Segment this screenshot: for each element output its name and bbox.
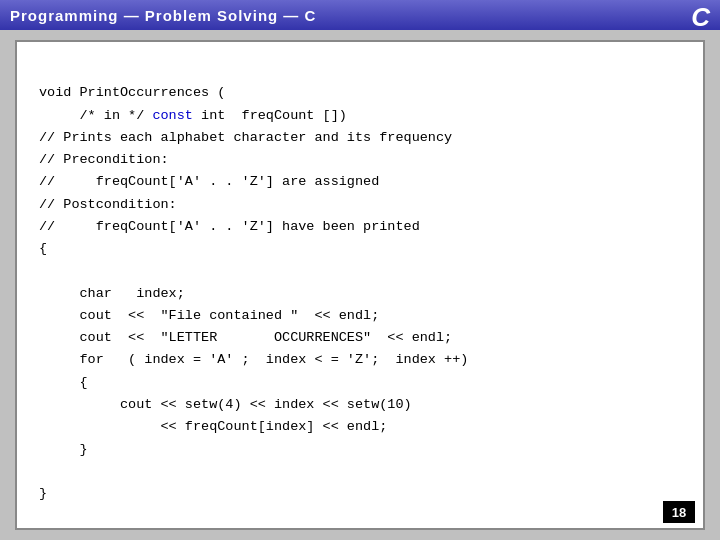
page-number-box: 18 <box>663 501 695 523</box>
code-line-12: cout << "LETTER OCCURRENCES" << endl; <box>39 330 452 345</box>
code-line-16: << freqCount[index] << endl; <box>39 419 387 434</box>
code-line-8: { <box>39 241 47 256</box>
code-line-10: char index; <box>39 286 185 301</box>
code-line-19: } <box>39 486 47 501</box>
code-line-11: cout << "File contained " << endl; <box>39 308 379 323</box>
code-line-15: cout << setw(4) << index << setw(10) <box>39 397 412 412</box>
code-line-14: { <box>39 375 88 390</box>
code-block: void PrintOccurrences ( /* in */ const i… <box>39 60 681 528</box>
code-line-3: // Prints each alphabet character and it… <box>39 130 452 145</box>
title-bar-text: Programming — Problem Solving — C <box>10 7 316 24</box>
code-line-blank1 <box>39 263 47 278</box>
code-line-1: void PrintOccurrences ( <box>39 85 225 100</box>
title-bar-icon: C <box>691 2 710 33</box>
code-line-4: // Precondition: <box>39 152 169 167</box>
code-line-13: for ( index = 'A' ; index < = 'Z'; index… <box>39 352 468 367</box>
code-line-6: // Postcondition: <box>39 197 177 212</box>
title-bar: Programming — Problem Solving — C C <box>0 0 720 30</box>
main-content: void PrintOccurrences ( /* in */ const i… <box>15 40 705 530</box>
code-line-7: // freqCount['A' . . 'Z'] have been prin… <box>39 219 420 234</box>
code-line-17: } <box>39 442 88 457</box>
code-line-2: /* in */ const int freqCount []) <box>39 108 347 123</box>
code-line-5: // freqCount['A' . . 'Z'] are assigned <box>39 174 379 189</box>
code-line-blank2 <box>39 464 47 479</box>
page-number: 18 <box>672 505 686 520</box>
